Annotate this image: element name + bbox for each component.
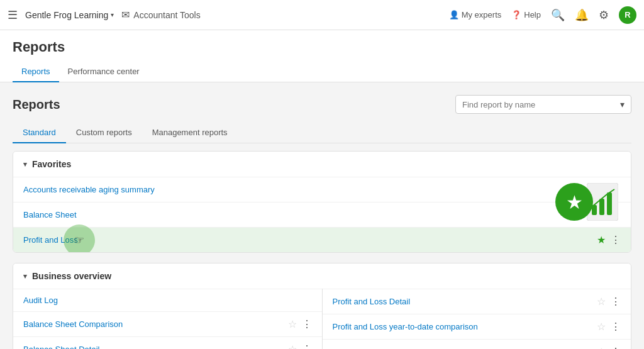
report-name: Profit and Loss Detail [333, 297, 597, 306]
more-icon[interactable]: ⋮ [611, 296, 621, 307]
business-overview-chevron-icon: ▾ [23, 272, 27, 280]
chevron-down-icon: ▾ [111, 11, 114, 18]
company-name-text: Gentle Frog Learning [25, 10, 108, 20]
report-row[interactable]: Accounts receivable aging summary ★ ⋮ [13, 177, 631, 202]
favorites-card: ▾ Favorites Accounts receivable aging su… [13, 151, 631, 253]
report-name: Balance Sheet [23, 210, 597, 219]
page-tab-bar: Reports Performance center [13, 62, 631, 82]
report-row[interactable]: Profit and Loss by Class ☆ ⋮ [323, 339, 631, 349]
report-name: Balance Sheet Detail [23, 345, 288, 349]
star-icon[interactable]: ★ [597, 234, 606, 246]
search-dropdown-icon[interactable]: ▾ [620, 99, 625, 109]
report-name: Balance Sheet Comparison [23, 319, 288, 329]
topnav-right: 👤 My experts ❓ Help 🔍 🔔 ⚙ R [449, 6, 636, 24]
report-row[interactable]: Profit and Loss Detail ☆ ⋮ [323, 289, 631, 314]
envelope-icon: ✉ [121, 9, 130, 21]
business-overview-left: Audit Log Balance Sheet Comparison ☆ ⋮ B… [13, 289, 322, 349]
more-icon[interactable]: ⋮ [302, 318, 312, 330]
page-header: Reports Reports Performance center [0, 30, 644, 82]
star-badge-icon: ★ [555, 183, 593, 221]
search-input[interactable] [462, 100, 616, 109]
report-type-tabs: Standard Custom reports Management repor… [13, 123, 631, 143]
more-icon[interactable]: ⋮ [611, 321, 621, 333]
svg-rect-3 [607, 192, 612, 215]
my-experts-button[interactable]: 👤 My experts [449, 10, 502, 19]
search-box[interactable]: ▾ [455, 95, 631, 114]
tool-name: ✉ Accountant Tools [121, 9, 200, 21]
star-empty-icon[interactable]: ☆ [597, 321, 606, 333]
more-icon[interactable]: ⋮ [302, 343, 312, 349]
section-header-row: Reports ▾ [13, 95, 631, 114]
report-row[interactable]: Audit Log [13, 289, 322, 311]
main-content: Reports ▾ Standard Custom reports Manage… [0, 82, 644, 349]
report-row-actions: ☆ ⋮ [288, 318, 312, 330]
person-icon: 👤 [449, 10, 459, 19]
business-overview-accordion-header[interactable]: ▾ Business overview [13, 263, 631, 289]
report-name: Profit and Loss [23, 235, 597, 245]
star-empty-icon[interactable]: ☆ [597, 296, 606, 307]
avatar[interactable]: R [619, 6, 636, 24]
page-title: Reports [13, 39, 631, 55]
report-name: Profit and Loss year-to-date comparison [333, 322, 597, 331]
favorites-accordion-header[interactable]: ▾ Favorites [13, 152, 631, 177]
report-row[interactable]: Balance Sheet ★ ⋮ [13, 202, 631, 227]
business-overview-columns: Audit Log Balance Sheet Comparison ☆ ⋮ B… [13, 289, 631, 349]
star-empty-icon[interactable]: ☆ [288, 343, 297, 349]
star-empty-icon[interactable]: ☆ [288, 318, 297, 330]
topnav: ☰ Gentle Frog Learning ▾ ✉ Accountant To… [0, 0, 644, 30]
more-icon[interactable]: ⋮ [611, 346, 621, 349]
report-row[interactable]: Balance Sheet Detail ☆ ⋮ [13, 336, 322, 349]
search-icon[interactable]: 🔍 [551, 8, 565, 22]
business-overview-right: Profit and Loss Detail ☆ ⋮ Profit and Lo… [323, 289, 631, 349]
help-icon: ❓ [511, 10, 521, 19]
business-overview-label: Business overview [32, 271, 111, 281]
star-empty-icon[interactable]: ☆ [597, 346, 606, 349]
more-icon[interactable]: ⋮ [611, 234, 621, 246]
report-row[interactable]: Balance Sheet Comparison ☆ ⋮ [13, 311, 322, 336]
favorites-illustration: ★ [555, 183, 618, 221]
report-row-actions: ☆ ⋮ [597, 346, 621, 349]
tab-custom-reports[interactable]: Custom reports [66, 123, 142, 143]
business-overview-card: ▾ Business overview Audit Log Balance Sh… [13, 263, 631, 349]
company-selector[interactable]: Gentle Frog Learning ▾ [25, 10, 114, 20]
tab-standard[interactable]: Standard [13, 123, 66, 143]
tab-management-reports[interactable]: Management reports [142, 123, 238, 143]
report-row-actions: ☆ ⋮ [597, 296, 621, 307]
gear-icon[interactable]: ⚙ [599, 8, 609, 22]
report-name: Audit Log [23, 296, 312, 305]
tab-reports[interactable]: Reports [13, 62, 59, 82]
report-row-actions: ★ ⋮ [597, 234, 621, 246]
tab-performance-center[interactable]: Performance center [59, 62, 148, 82]
report-name: Accounts receivable aging summary [23, 185, 597, 194]
favorites-label: Favorites [32, 159, 71, 169]
section-title: Reports [13, 97, 60, 112]
report-row-actions: ☆ ⋮ [597, 321, 621, 333]
report-row[interactable]: Profit and Loss year-to-date comparison … [323, 314, 631, 339]
main-wrapper: ☰ Gentle Frog Learning ▾ ✉ Accountant To… [0, 0, 644, 349]
bell-icon[interactable]: 🔔 [575, 8, 589, 22]
help-button[interactable]: ❓ Help [511, 10, 541, 19]
report-row[interactable]: Profit and Loss ★ ⋮ ☞ [13, 227, 631, 252]
hamburger-icon[interactable]: ☰ [8, 8, 18, 22]
topnav-left: ☰ Gentle Frog Learning ▾ ✉ Accountant To… [8, 8, 201, 22]
svg-rect-2 [599, 199, 604, 215]
report-row-actions: ☆ ⋮ [288, 343, 312, 349]
favorites-chevron-icon: ▾ [23, 160, 27, 169]
